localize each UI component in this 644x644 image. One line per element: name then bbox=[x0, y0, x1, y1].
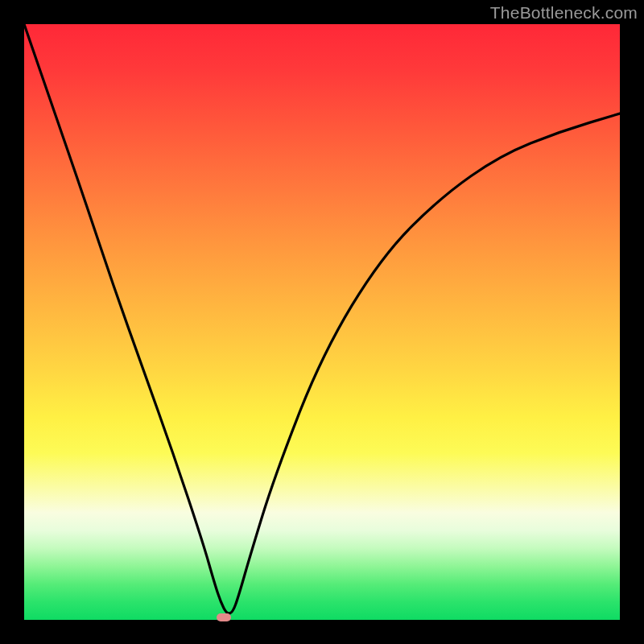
plot-area bbox=[24, 24, 620, 620]
bottleneck-curve bbox=[24, 24, 620, 620]
chart-frame: TheBottleneck.com bbox=[0, 0, 644, 644]
watermark-text: TheBottleneck.com bbox=[490, 3, 638, 23]
optimal-marker bbox=[217, 613, 231, 621]
